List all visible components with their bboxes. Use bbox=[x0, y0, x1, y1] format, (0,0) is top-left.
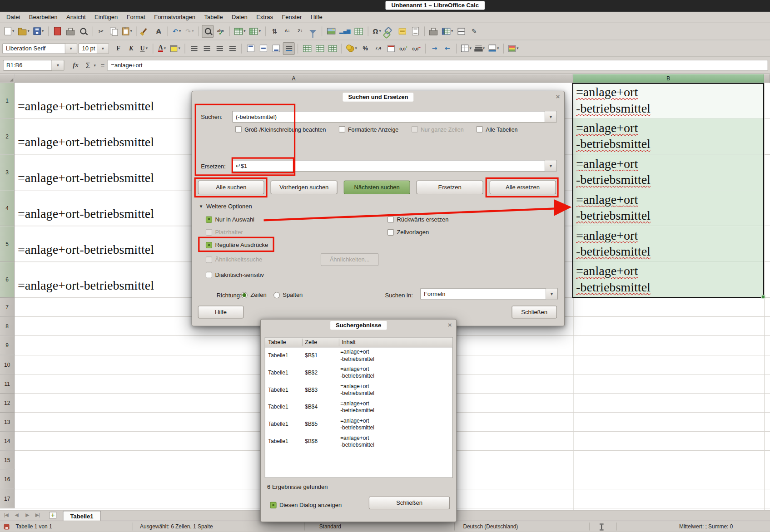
name-box-dropdown-icon[interactable]: ▾ bbox=[52, 60, 65, 71]
result-row-5[interactable]: Tabelle1$B$5=anlage+ort-betriebsmittel bbox=[265, 416, 452, 433]
borders-icon[interactable] bbox=[460, 42, 473, 54]
previous-sheet-icon[interactable]: ◀ bbox=[15, 512, 18, 518]
new-document-icon[interactable] bbox=[3, 25, 15, 38]
radio-zeilen[interactable]: Zeilen bbox=[241, 291, 267, 298]
search-results-titlebar[interactable]: Suchergebnisse × bbox=[261, 320, 456, 332]
sum-icon[interactable]: Σ bbox=[83, 60, 94, 71]
row-header-8[interactable]: 8 bbox=[0, 317, 15, 336]
dropdown-arrow-icon[interactable] bbox=[42, 29, 44, 34]
dropdown-arrow-icon[interactable] bbox=[469, 46, 471, 51]
paste-icon[interactable] bbox=[121, 25, 134, 38]
insert-comment-icon[interactable] bbox=[397, 25, 408, 38]
menu-format[interactable]: Format bbox=[122, 12, 150, 22]
dropdown-arrow-icon[interactable] bbox=[179, 29, 181, 34]
align-justify-icon[interactable] bbox=[226, 42, 238, 54]
results-col-cell[interactable]: Zelle bbox=[305, 339, 317, 345]
results-col-table[interactable]: Tabelle bbox=[268, 339, 286, 345]
underline-icon[interactable]: U bbox=[138, 42, 150, 54]
cut-icon[interactable]: ✂ bbox=[95, 25, 107, 38]
find-all-button[interactable]: Alle suchen bbox=[198, 181, 264, 194]
menu-tabelle[interactable]: Tabelle bbox=[200, 12, 228, 22]
select-all-corner[interactable] bbox=[0, 74, 15, 83]
result-row-1[interactable]: Tabelle1$B$1=anlage+ort-betriebsmittel bbox=[265, 347, 452, 365]
delete-decimal-icon[interactable]: 0,0 bbox=[411, 42, 422, 54]
cell-B6[interactable]: =anlage+ort-betriebsmittel bbox=[573, 262, 765, 298]
format-date-icon[interactable] bbox=[385, 42, 397, 54]
result-row-2[interactable]: Tabelle1$B$2=anlage+ort-betriebsmittel bbox=[265, 365, 452, 382]
export-pdf-icon[interactable] bbox=[52, 25, 64, 38]
close-icon[interactable]: × bbox=[556, 93, 560, 100]
open-icon[interactable] bbox=[17, 25, 31, 38]
align-vcenter-icon[interactable] bbox=[257, 42, 269, 54]
print-icon[interactable] bbox=[65, 25, 76, 38]
spelling-icon[interactable]: abc✓ bbox=[214, 25, 226, 38]
result-row-3[interactable]: Tabelle1$B$3=anlage+ort-betriebsmittel bbox=[265, 382, 452, 399]
insert-chart-icon[interactable]: ▂▄▆ bbox=[338, 25, 352, 38]
dropdown-arrow-icon[interactable] bbox=[483, 46, 485, 51]
font-name-dropdown-icon[interactable] bbox=[65, 44, 77, 54]
save-icon[interactable] bbox=[32, 25, 45, 38]
search-in-select[interactable]: Formeln bbox=[420, 288, 558, 300]
dialog-close-button[interactable]: Schließen bbox=[512, 305, 556, 318]
search-history-dropdown-icon[interactable] bbox=[545, 111, 556, 122]
dropdown-arrow-icon[interactable] bbox=[517, 46, 518, 51]
dropdown-arrow-icon[interactable] bbox=[178, 46, 180, 51]
menu-datei[interactable]: Datei bbox=[2, 12, 25, 22]
checkbox-alle-tabellen[interactable]: Alle Tabellen bbox=[477, 126, 518, 133]
menu-einf-gen[interactable]: Einfügen bbox=[90, 12, 122, 22]
column-header-b[interactable]: B bbox=[573, 74, 765, 83]
checkbox-r-ckw-rts-ersetzen[interactable]: Rückwärts ersetzen bbox=[387, 213, 448, 226]
dropdown-arrow-icon[interactable] bbox=[12, 29, 14, 34]
font-name-combobox[interactable]: Liberation Serif bbox=[2, 43, 77, 54]
checkbox-formatierte-anzeige[interactable]: Formatierte Anzeige bbox=[338, 126, 398, 133]
bold-icon[interactable]: F bbox=[113, 42, 124, 54]
sum-dropdown-icon[interactable]: ▾ bbox=[92, 60, 97, 71]
menu-bearbeiten[interactable]: Bearbeiten bbox=[25, 12, 62, 22]
dropdown-arrow-icon[interactable] bbox=[130, 29, 132, 34]
result-row-4[interactable]: Tabelle1$B$4=anlage+ort-betriebsmittel bbox=[265, 399, 452, 416]
clear-formatting-icon[interactable]: A bbox=[153, 25, 164, 38]
sheet-tab-tabelle1[interactable]: Tabelle1 bbox=[63, 511, 100, 521]
row-header-13[interactable]: 13 bbox=[0, 413, 15, 432]
border-color-icon[interactable] bbox=[487, 42, 500, 54]
format-number-icon[interactable]: 7,4 bbox=[372, 42, 384, 54]
merge-cells-icon[interactable] bbox=[314, 42, 326, 54]
menu-formatvorlagen[interactable]: Formatvorlagen bbox=[150, 12, 200, 22]
row-header-1[interactable]: 1 bbox=[0, 83, 15, 119]
menu-extras[interactable]: Extras bbox=[252, 12, 277, 22]
italic-icon[interactable]: K bbox=[125, 42, 137, 54]
add-decimal-icon[interactable]: 0,0 bbox=[398, 42, 410, 54]
column-header-a[interactable]: A bbox=[15, 74, 573, 83]
menu-fenster[interactable]: Fenster bbox=[278, 12, 306, 22]
checkbox-gro-kleinschreibung-beachten[interactable]: Groß-/Kleinschreibung beachten bbox=[235, 126, 326, 133]
insert-image-icon[interactable] bbox=[325, 25, 337, 38]
find-next-button[interactable]: Nächsten suchen bbox=[343, 181, 410, 194]
dropdown-arrow-icon[interactable] bbox=[192, 29, 194, 34]
radio-spalten[interactable]: Spalten bbox=[273, 291, 303, 298]
sort-descending-icon[interactable]: Z↓ bbox=[294, 25, 306, 38]
split-window-icon[interactable] bbox=[456, 25, 467, 38]
font-size-combobox[interactable]: 10 pt bbox=[79, 43, 109, 54]
dropdown-arrow-icon[interactable] bbox=[379, 29, 381, 34]
align-center-icon[interactable] bbox=[201, 42, 213, 54]
row-header-4[interactable]: 4 bbox=[0, 190, 15, 226]
indent-decrease-icon[interactable]: ← bbox=[442, 42, 453, 54]
window-titlebar[interactable]: Unbenannt 1 – LibreOffice Calc bbox=[0, 0, 770, 12]
font-color-icon[interactable]: A bbox=[156, 42, 168, 54]
undo-icon[interactable]: ↶ bbox=[171, 25, 183, 38]
row-icon[interactable] bbox=[233, 25, 247, 38]
headers-footers-icon[interactable] bbox=[409, 25, 421, 38]
dropdown-arrow-icon[interactable] bbox=[497, 46, 499, 51]
row-header-14[interactable]: 14 bbox=[0, 432, 15, 451]
find-replace-titlebar[interactable]: Suchen und Ersetzen × bbox=[192, 91, 564, 104]
dropdown-arrow-icon[interactable] bbox=[146, 46, 148, 51]
row-header-10[interactable]: 10 bbox=[0, 355, 15, 374]
align-right-icon[interactable] bbox=[214, 42, 225, 54]
dropdown-arrow-icon[interactable] bbox=[28, 29, 30, 34]
menu-daten[interactable]: Daten bbox=[227, 12, 252, 22]
find-previous-button[interactable]: Vorherigen suchen bbox=[271, 181, 337, 194]
dropdown-arrow-icon[interactable] bbox=[243, 29, 245, 34]
checkbox-zellvorlagen[interactable]: Zellvorlagen bbox=[387, 226, 448, 238]
result-row-6[interactable]: Tabelle1$B$6=anlage+ort-betriebsmittel bbox=[265, 433, 452, 451]
help-button[interactable]: Hilfe bbox=[198, 305, 244, 318]
